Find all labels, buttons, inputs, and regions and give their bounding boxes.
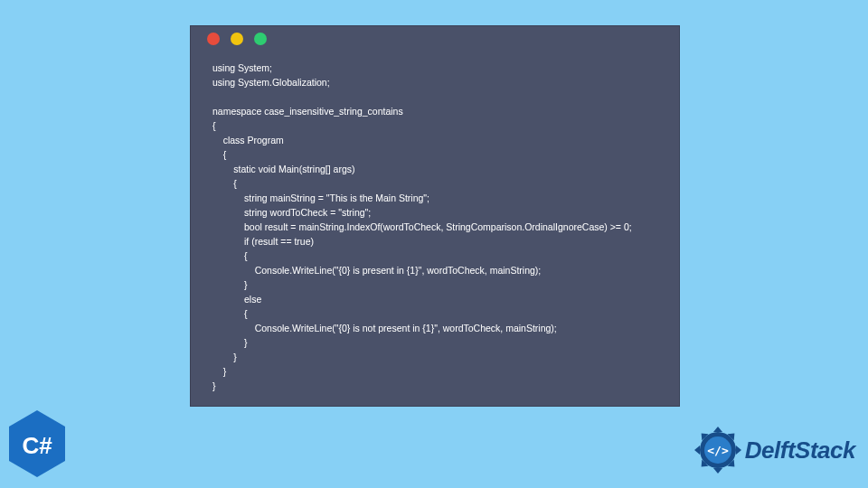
delftstack-label: DelftStack (745, 436, 855, 465)
minimize-dot-icon[interactable] (231, 33, 243, 45)
delftstack-gear-icon: </> (693, 425, 743, 475)
code-content: using System; using System.Globalization… (191, 52, 679, 402)
svg-text:</>: </> (707, 444, 729, 457)
svg-marker-3 (736, 446, 741, 455)
close-dot-icon[interactable] (207, 33, 220, 45)
csharp-label: C# (22, 432, 52, 459)
code-window: using System; using System.Globalization… (190, 25, 680, 407)
svg-marker-5 (713, 468, 722, 474)
window-titlebar (191, 26, 679, 52)
svg-marker-1 (713, 427, 722, 432)
csharp-logo-icon: C# (5, 408, 69, 483)
maximize-dot-icon[interactable] (254, 33, 267, 45)
svg-marker-7 (694, 446, 700, 455)
delftstack-logo: </> DelftStack (693, 425, 855, 475)
